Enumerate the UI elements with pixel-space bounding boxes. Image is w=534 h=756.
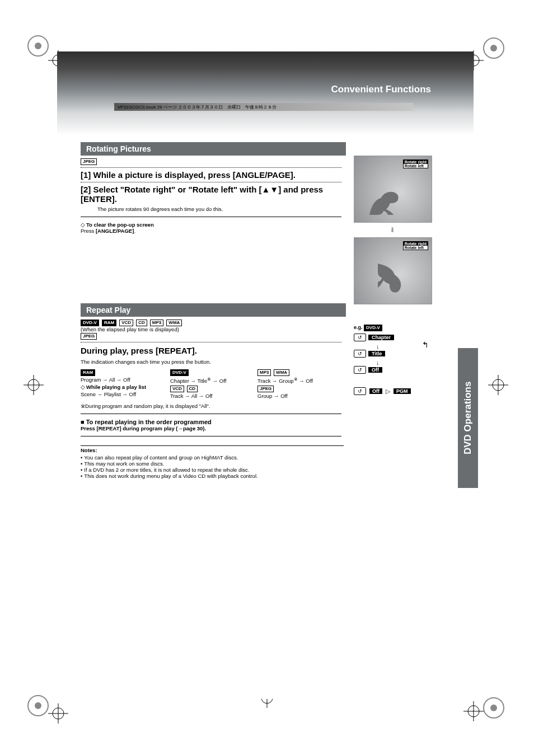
mp3-seq-b: → Off: [298, 378, 313, 384]
up-down-icon: ▲▼: [261, 185, 278, 194]
disc-tags-row: DVD-V RAM VCD CD MP3 WMA: [81, 319, 431, 326]
step-2-note: The picture rotates 90 degrees each time…: [97, 206, 431, 212]
crop-mark-icon: [480, 694, 507, 721]
indication-note: The indication changes each time you pre…: [81, 359, 431, 365]
notes-block: Notes: You can also repeat play of conte…: [81, 445, 344, 479]
repeat-ordered: To repeat playing in the order programme…: [81, 419, 431, 425]
page-section-title: Convenient Functions: [331, 84, 432, 95]
diamond-icon: [81, 222, 86, 228]
registration-mark-icon: [488, 375, 508, 395]
notes-heading: Notes:: [81, 445, 344, 453]
vcd-cd-sequence: Track → All → Off: [170, 393, 213, 399]
crop-mark-icon: [25, 32, 51, 59]
crop-mark-icon: [25, 692, 51, 719]
file-header: VP31GCGCS.book 29 ページ ２００３年７月３０日 水曜日 午後８…: [114, 103, 413, 111]
step-2-text-a: [2] Select "Rotate right" or "Rotate lef…: [81, 185, 261, 194]
svg-point-1: [35, 43, 41, 49]
footnote-mark: ※: [294, 377, 298, 382]
crop-mark-icon: [480, 35, 507, 62]
disc-tag-ram: RAM: [81, 369, 95, 376]
jpeg-sequence: Group → Off: [257, 393, 288, 399]
divider: [81, 182, 341, 182]
disc-tag-dvdv: DVD-V: [170, 369, 189, 376]
disc-tag-cd: CD: [136, 320, 147, 326]
dvdv-seq-b: → Off: [211, 378, 226, 384]
divider: [81, 167, 341, 168]
note-item: If a DVD has 2 or more titles, it is not…: [81, 467, 344, 473]
note-item: This may not work on some discs.: [81, 461, 344, 467]
clear-popup-head: To clear the pop-up screen: [86, 222, 154, 228]
main-content: Rotating Pictures JPEG [1] While a pictu…: [81, 134, 431, 480]
footnote: ※During program and random play, it is d…: [81, 403, 431, 409]
clear-popup-key: [ANGLE/PAGE]: [96, 228, 134, 234]
col-mp3-wma-jpeg: MP3 WMA Track → Group※ → Off JPEG Group …: [257, 368, 345, 400]
disc-tag-mp3: MP3: [257, 369, 271, 376]
divider: [81, 436, 341, 436]
clear-popup: To clear the pop-up screen Press [ANGLE/…: [81, 222, 431, 234]
step-2: [2] Select "Rotate right" or "Rotate lef…: [81, 185, 341, 204]
disc-tag-wma: WMA: [166, 320, 182, 326]
repeat-ordered-body-text: Press [REPEAT] during program play (→pag…: [81, 425, 206, 431]
manual-page: VP31GCGCS.book 29 ページ ２００３年７月３０日 水曜日 午後８…: [0, 0, 534, 756]
registration-mark-icon: [24, 375, 44, 395]
disc-tag-jpeg: JPEG: [81, 158, 97, 165]
registration-mark-icon: [48, 703, 68, 724]
disc-tag-wma: WMA: [274, 369, 289, 376]
diamond-icon: [81, 384, 86, 390]
disc-tag-vcd: VCD: [170, 386, 184, 392]
svg-point-3: [490, 45, 497, 51]
playlist-head: While playing a play list: [86, 384, 146, 390]
divider: [81, 342, 341, 342]
clear-popup-c: .: [134, 228, 135, 234]
registration-mark-icon: [463, 701, 484, 721]
step-1: [1] While a picture is displayed, press …: [81, 170, 341, 180]
footnote-mark: ※: [207, 377, 211, 382]
svg-point-5: [35, 702, 41, 709]
clear-popup-a: Press: [81, 228, 96, 234]
playlist-sequence: Scene → Playlist → Off: [81, 391, 136, 397]
note-item: This does not work during menu play of a…: [81, 473, 344, 479]
disc-tag-mp3: MP3: [150, 320, 163, 326]
section-heading-rotating: Rotating Pictures: [81, 142, 346, 156]
repeat-ordered-head: To repeat playing in the order programme…: [86, 419, 212, 425]
square-icon: [81, 419, 86, 425]
col-ram: RAM Program → All → Off While playing a …: [81, 368, 168, 400]
dvdv-seq-a: Chapter → Title: [170, 378, 207, 384]
section-heading-repeat: Repeat Play: [81, 303, 346, 317]
disc-tag-jpeg: JPEG: [81, 333, 97, 340]
disc-tag-dvdv: DVD-V: [81, 320, 99, 326]
disc-tag-cd: CD: [187, 386, 198, 392]
divider: [81, 414, 341, 414]
file-header-text: VP31GCGCS.book 29 ページ ２００３年７月３０日 水曜日 午後８…: [118, 104, 277, 110]
repeat-ordered-body: Press [REPEAT] during program play (→pag…: [81, 425, 431, 431]
ram-sequence: Program → All → Off: [81, 377, 130, 383]
elapsed-note: (When the elapsed play time is displayed…: [81, 326, 431, 332]
side-tab: DVD Operations: [458, 348, 478, 488]
mp3-seq-a: Track → Group: [257, 378, 294, 384]
divider: [81, 217, 341, 217]
svg-point-7: [490, 705, 497, 711]
page-body: VP31GCGCS.book 29 ページ ２００３年７月３０日 水曜日 午後８…: [57, 51, 474, 699]
repeat-modes-grid: RAM Program → All → Off While playing a …: [81, 368, 344, 400]
col-dvdv-vcd-cd: DVD-V Chapter → Title※ → Off VCD CD Trac…: [170, 368, 255, 400]
disc-tag-jpeg: JPEG: [257, 386, 274, 392]
note-item: You can also repeat play of content and …: [81, 454, 344, 461]
disc-tag-ram: RAM: [102, 320, 116, 326]
during-play-heading: During play, press [REPEAT].: [81, 346, 431, 355]
disc-tag-vcd: VCD: [119, 320, 133, 326]
